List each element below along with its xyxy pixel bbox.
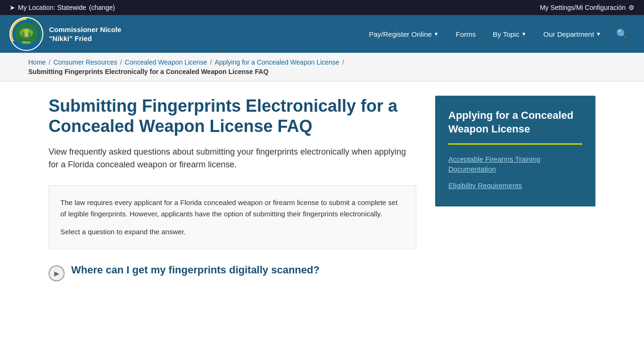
page-subtitle: View frequently asked questions about su… bbox=[49, 146, 416, 171]
breadcrumb-consumer-resources[interactable]: Consumer Resources bbox=[53, 58, 117, 66]
top-bar-left: ➤ My Location: Statewide (change) bbox=[9, 4, 115, 11]
location-arrow-icon: ➤ bbox=[9, 4, 15, 11]
search-button[interactable]: 🔍 bbox=[610, 24, 635, 44]
breadcrumb-sep-1: / bbox=[49, 58, 50, 66]
body-paragraph-1: The law requires every applicant for a F… bbox=[60, 197, 405, 220]
breadcrumb-sep-4: / bbox=[342, 58, 344, 66]
breadcrumb-current: Submitting Fingerprints Electronically f… bbox=[28, 68, 616, 75]
nav-commissioner-title: Commissioner Nicole "Nikki" Fried bbox=[49, 25, 134, 43]
sidebar-link-eligibility[interactable]: Eligibility Requirements bbox=[448, 181, 582, 190]
breadcrumb-home[interactable]: Home bbox=[28, 58, 46, 66]
faq-toggle-1[interactable]: ▶ bbox=[49, 265, 65, 281]
content-box: The law requires every applicant for a F… bbox=[49, 185, 416, 249]
breadcrumb-sep-2: / bbox=[120, 58, 122, 66]
settings-link[interactable]: My Settings/Mi Configuración bbox=[540, 4, 626, 11]
top-bar: ➤ My Location: Statewide (change) My Set… bbox=[0, 0, 644, 15]
sidebar-box-title: Applying for a Concealed Weapon License bbox=[448, 109, 582, 136]
page-title: Submitting Fingerprints Electronically f… bbox=[49, 96, 416, 136]
faq-chevron-right-icon: ▶ bbox=[54, 270, 59, 277]
pay-register-chevron-icon: ▼ bbox=[434, 31, 439, 37]
breadcrumb: Home / Consumer Resources / Concealed We… bbox=[0, 53, 644, 82]
svg-rect-4 bbox=[25, 29, 28, 37]
main-container: Submitting Fingerprints Electronically f… bbox=[20, 82, 624, 300]
body-paragraph-2: Select a question to expand the answer. bbox=[60, 226, 405, 238]
logo-circle: FDACS bbox=[9, 17, 43, 51]
sidebar-divider bbox=[448, 143, 582, 145]
nav-link-forms[interactable]: Forms bbox=[447, 25, 485, 43]
main-nav: FDACS Commissioner Nicole "Nikki" Fried … bbox=[0, 15, 644, 53]
sidebar-box: Applying for a Concealed Weapon License … bbox=[435, 96, 595, 206]
breadcrumb-row1: Home / Consumer Resources / Concealed We… bbox=[28, 58, 616, 66]
main-content: Submitting Fingerprints Electronically f… bbox=[49, 96, 416, 281]
breadcrumb-concealed-weapon-license[interactable]: Concealed Weapon License bbox=[125, 58, 207, 66]
faq-question-1[interactable]: Where can I get my fingerprints digitall… bbox=[71, 263, 320, 277]
svg-text:FDACS: FDACS bbox=[22, 41, 31, 44]
nav-logo: FDACS Commissioner Nicole "Nikki" Fried bbox=[9, 17, 134, 51]
sidebar: Applying for a Concealed Weapon License … bbox=[435, 96, 595, 281]
settings-gear-icon: ⚙ bbox=[628, 4, 635, 11]
nav-link-by-topic[interactable]: By Topic ▼ bbox=[484, 25, 535, 43]
logo-image: FDACS bbox=[10, 18, 42, 50]
faq-item-1: ▶ Where can I get my fingerprints digita… bbox=[49, 263, 416, 281]
breadcrumb-applying[interactable]: Applying for a Concealed Weapon License bbox=[215, 58, 339, 66]
our-department-chevron-icon: ▼ bbox=[596, 31, 601, 37]
top-bar-right: My Settings/Mi Configuración ⚙ bbox=[540, 4, 635, 11]
nav-link-pay-register[interactable]: Pay/Register Online ▼ bbox=[360, 25, 447, 43]
location-label: My Location: Statewide bbox=[18, 4, 86, 11]
breadcrumb-sep-3: / bbox=[210, 58, 212, 66]
nav-links: Pay/Register Online ▼ Forms By Topic ▼ O… bbox=[360, 24, 635, 44]
change-location-link[interactable]: (change) bbox=[89, 4, 115, 11]
by-topic-chevron-icon: ▼ bbox=[521, 31, 527, 37]
sidebar-link-firearms-training[interactable]: Acceptable Firearms Training Documentati… bbox=[448, 154, 582, 174]
nav-link-our-department[interactable]: Our Department ▼ bbox=[535, 25, 610, 43]
